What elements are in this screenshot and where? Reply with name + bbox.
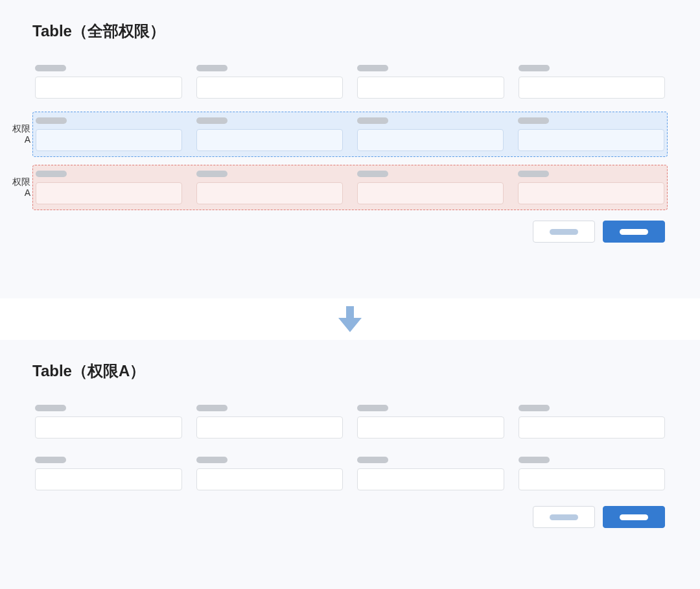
form-rows-top: 权限A权限A xyxy=(32,60,668,210)
field-label-placeholder xyxy=(519,65,550,71)
text-input[interactable] xyxy=(519,77,666,99)
text-input[interactable] xyxy=(357,77,504,99)
field-label-placeholder xyxy=(36,171,67,177)
form-field xyxy=(196,405,344,439)
form-field xyxy=(518,171,664,204)
form-rows-bottom xyxy=(32,400,668,496)
form-field xyxy=(196,171,343,204)
actions-bottom xyxy=(32,506,668,528)
text-input[interactable] xyxy=(196,468,344,490)
text-input[interactable] xyxy=(36,182,182,204)
text-input[interactable] xyxy=(35,77,182,99)
form-field xyxy=(519,405,666,439)
field-label-placeholder xyxy=(36,117,67,124)
secondary-button[interactable] xyxy=(533,221,595,243)
form-field xyxy=(519,457,666,490)
field-label-placeholder xyxy=(357,117,388,124)
form-row xyxy=(32,451,668,496)
form-field xyxy=(196,117,343,151)
arrow-down-icon xyxy=(334,304,366,335)
form-field xyxy=(196,457,344,490)
form-row-pink-highlight: 权限A xyxy=(32,165,668,210)
panel-title: Table（权限A） xyxy=(32,361,668,381)
text-input[interactable] xyxy=(357,129,504,151)
field-label-placeholder xyxy=(357,405,388,411)
form-field xyxy=(357,457,504,490)
actions-top xyxy=(32,221,668,243)
field-label-placeholder xyxy=(196,65,228,71)
text-input[interactable] xyxy=(35,468,182,490)
form-field xyxy=(518,117,664,151)
field-label-placeholder xyxy=(35,457,66,463)
text-input[interactable] xyxy=(518,129,664,151)
form-row xyxy=(32,400,668,444)
text-input[interactable] xyxy=(357,182,504,204)
text-input[interactable] xyxy=(36,129,182,151)
transition-arrow-band xyxy=(0,298,700,340)
form-field xyxy=(36,171,182,204)
form-field xyxy=(357,117,504,151)
text-input[interactable] xyxy=(196,182,343,204)
field-label-placeholder xyxy=(35,65,66,71)
form-field xyxy=(35,65,182,99)
button-label-placeholder xyxy=(620,229,648,235)
field-label-placeholder xyxy=(196,117,228,124)
viewport: Table（全部权限） 权限A权限A Table（权限A） xyxy=(0,0,700,589)
panel-permission-a: Table（权限A） xyxy=(0,340,700,589)
panel-full-permissions: Table（全部权限） 权限A权限A xyxy=(0,0,700,298)
form-field xyxy=(357,65,504,99)
field-label-placeholder xyxy=(357,171,388,177)
button-label-placeholder xyxy=(550,514,578,520)
field-label-placeholder xyxy=(519,457,550,463)
text-input[interactable] xyxy=(357,468,504,490)
field-label-placeholder xyxy=(196,457,228,463)
field-label-placeholder xyxy=(357,65,388,71)
form-row xyxy=(32,60,668,104)
button-label-placeholder xyxy=(550,229,578,235)
primary-button[interactable] xyxy=(603,506,665,528)
form-field xyxy=(196,65,344,99)
row-permission-label: 权限A xyxy=(5,176,30,198)
field-label-placeholder xyxy=(196,405,228,411)
button-label-placeholder xyxy=(620,514,648,520)
form-row-blue-highlight: 权限A xyxy=(32,112,668,157)
form-field xyxy=(36,117,182,151)
form-field xyxy=(35,457,182,490)
form-field xyxy=(357,171,504,204)
field-label-placeholder xyxy=(357,457,388,463)
text-input[interactable] xyxy=(519,468,666,490)
row-permission-label: 权限A xyxy=(5,123,30,145)
field-label-placeholder xyxy=(518,171,549,177)
panel-title: Table（全部权限） xyxy=(32,21,668,42)
field-label-placeholder xyxy=(518,117,549,124)
text-input[interactable] xyxy=(196,416,344,439)
text-input[interactable] xyxy=(357,416,504,439)
text-input[interactable] xyxy=(196,77,344,99)
field-label-placeholder xyxy=(196,171,228,177)
primary-button[interactable] xyxy=(603,221,665,243)
text-input[interactable] xyxy=(196,129,343,151)
form-field xyxy=(357,405,504,439)
field-label-placeholder xyxy=(519,405,550,411)
form-field xyxy=(35,405,182,439)
field-label-placeholder xyxy=(35,405,66,411)
text-input[interactable] xyxy=(518,182,664,204)
form-field xyxy=(519,65,666,99)
secondary-button[interactable] xyxy=(533,506,595,528)
text-input[interactable] xyxy=(519,416,666,439)
text-input[interactable] xyxy=(35,416,182,439)
